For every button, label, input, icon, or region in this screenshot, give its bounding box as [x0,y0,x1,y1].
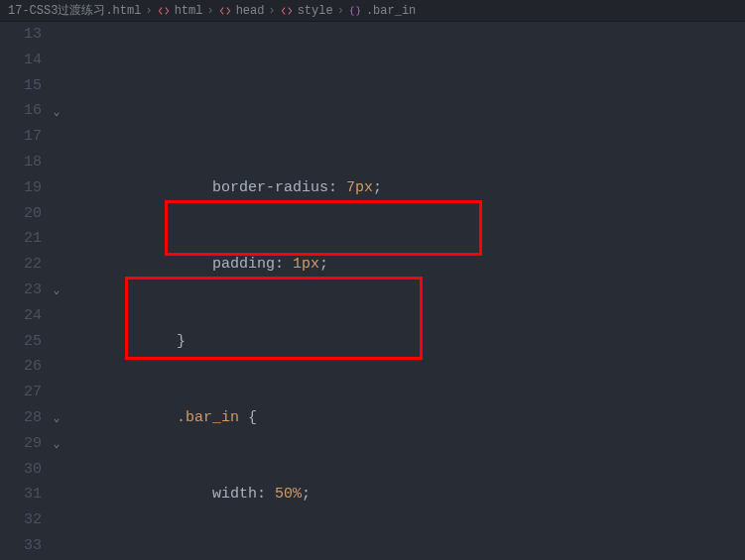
line-number: 32 [0,507,42,533]
breadcrumb-separator: › [337,4,344,18]
line-number: 14 [0,48,42,73]
fold-toggle[interactable]: ⌄ [48,431,65,457]
breadcrumb-file[interactable]: 17-CSS3过渡练习.html [8,2,141,19]
breadcrumb-item-html[interactable]: html [157,4,203,18]
line-number: 28 [0,405,42,431]
breadcrumb-label: head [236,4,265,18]
breadcrumb-file-label: 17-CSS3过渡练习.html [8,2,141,19]
code-line: } [69,329,745,355]
line-number: 26 [0,354,42,380]
breadcrumb-separator: › [268,4,275,18]
line-number-gutter: 13 14 15 16 17 18 19 20 21 22 23 24 25 2… [0,22,48,560]
line-number: 33 [0,533,42,559]
breadcrumb-label: .bar_in [366,4,416,18]
line-number: 25 [0,329,42,355]
code-line: padding: 1px; [69,252,745,278]
line-number: 17 [0,124,42,150]
breadcrumb-item-style[interactable]: style [280,4,333,18]
fold-column: ⌄ ⌄ ⌄ ⌄ [48,22,65,560]
breadcrumb-separator: › [145,4,152,18]
fold-toggle[interactable]: ⌄ [48,98,65,124]
brace-icon [348,4,362,18]
line-number: 30 [0,457,42,483]
code-icon [218,4,232,18]
line-number: 19 [0,175,42,201]
line-number: 27 [0,380,42,405]
line-number: 15 [0,73,42,99]
line-number: 23 [0,278,42,303]
line-number: 13 [0,22,42,48]
breadcrumb-separator: › [206,4,213,18]
line-number: 31 [0,482,42,507]
breadcrumb-label: html [175,4,203,18]
fold-toggle[interactable]: ⌄ [48,405,65,431]
breadcrumb-item-head[interactable]: head [218,4,265,18]
breadcrumb-item-selector[interactable]: .bar_in [348,4,416,18]
code-area[interactable]: border-radius: 7px; padding: 1px; } .bar… [65,22,745,560]
line-number: 29 [0,431,42,457]
code-icon [280,4,294,18]
line-number: 21 [0,226,42,252]
line-number: 16 [0,98,42,124]
code-line: .bar_in { [69,405,745,431]
breadcrumb: 17-CSS3过渡练习.html › html › head › style ›… [0,0,745,22]
line-number: 20 [0,201,42,227]
highlight-box [165,200,482,256]
line-number: 24 [0,303,42,329]
code-editor[interactable]: 13 14 15 16 17 18 19 20 21 22 23 24 25 2… [0,22,745,560]
code-line: width: 50%; [69,482,745,507]
code-line: border-radius: 7px; [69,175,745,201]
line-number: 18 [0,150,42,175]
breadcrumb-label: style [298,4,333,18]
code-icon [157,4,171,18]
line-number: 22 [0,252,42,278]
fold-toggle[interactable]: ⌄ [48,278,65,303]
